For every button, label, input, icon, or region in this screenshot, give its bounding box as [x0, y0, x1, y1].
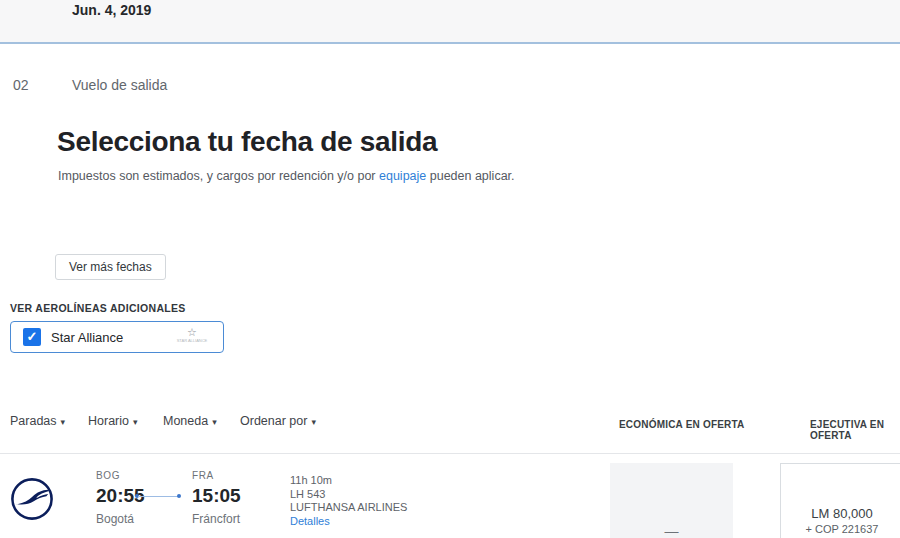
filter-schedule-label: Horario [88, 414, 129, 428]
arrival-city: Fráncfort [192, 512, 282, 526]
flight-info-block: 11h 10m LH 543 LUFTHANSA AIRLINES Detall… [290, 474, 407, 528]
chevron-down-icon: ▾ [133, 417, 138, 427]
flight-number: LH 543 [290, 488, 407, 502]
lufthansa-logo-icon [10, 477, 54, 521]
economy-fare-cell: — [610, 463, 733, 538]
chevron-down-icon: ▾ [212, 417, 217, 427]
flight-duration: 11h 10m [290, 474, 407, 488]
star-alliance-logo-caption: STAR ALLIANCE [175, 338, 209, 343]
section-title: Vuelo de salida [72, 77, 167, 93]
fare-disclaimer-pre: Impuestos son estimados, y cargos por re… [58, 169, 379, 183]
filter-stops-label: Paradas [10, 414, 57, 428]
selected-date: Jun. 4, 2019 [72, 2, 151, 18]
details-link[interactable]: Detalles [290, 515, 407, 529]
filter-currency[interactable]: Moneda▾ [163, 414, 217, 428]
more-dates-button[interactable]: Ver más fechas [55, 254, 166, 280]
no-fare-dash: — [665, 523, 679, 538]
baggage-link[interactable]: equipaje [379, 169, 426, 183]
departure-city: Bogotá [96, 512, 186, 526]
route-line [135, 492, 181, 500]
arrival-time: 15:05 [192, 485, 282, 507]
departure-airport-code: BOG [96, 470, 186, 481]
route-destination-dot [177, 494, 181, 498]
filter-sort-by-label: Ordenar por [240, 414, 307, 428]
economy-column-header: ECONÓMICA EN OFERTA [619, 419, 744, 430]
filter-sort-by[interactable]: Ordenar por▾ [240, 414, 316, 428]
filter-schedule[interactable]: Horario▾ [88, 414, 138, 428]
arrival-airport-code: FRA [192, 470, 282, 481]
star-alliance-logo-icon: ☆ STAR ALLIANCE [175, 327, 209, 343]
additional-airlines-label: VER AEROLÍNEAS ADICIONALES [10, 302, 186, 314]
flight-row-divider [0, 453, 900, 454]
route-segment-line [138, 496, 178, 497]
star-alliance-label: Star Alliance [51, 330, 123, 345]
date-header-bar: Jun. 4, 2019 [0, 0, 900, 44]
star-alliance-checkbox[interactable]: ✓ [23, 328, 41, 346]
fare-disclaimer-post: pueden aplicar. [426, 169, 514, 183]
business-column-header: EJECUTIVA EN OFERTA [810, 419, 900, 441]
star-alliance-filter[interactable]: ✓ Star Alliance ☆ STAR ALLIANCE [10, 321, 224, 353]
business-fare-cell[interactable]: LM 80,000 + COP 221637 [780, 463, 900, 538]
section-number: 02 [13, 77, 29, 93]
filter-stops[interactable]: Paradas▾ [10, 414, 65, 428]
business-fare-taxes: + COP 221637 [781, 523, 900, 535]
arrival-block: FRA 15:05 Fráncfort [192, 470, 282, 526]
page: Jun. 4, 2019 02 Vuelo de salida Seleccio… [0, 0, 900, 538]
filter-currency-label: Moneda [163, 414, 208, 428]
checkbox-check-icon: ✓ [27, 329, 38, 344]
airline-name: LUFTHANSA AIRLINES [290, 501, 407, 515]
fare-disclaimer: Impuestos son estimados, y cargos por re… [58, 169, 515, 183]
star-icon: ☆ [175, 327, 209, 338]
business-fare-miles: LM 80,000 [781, 506, 900, 521]
chevron-down-icon: ▾ [61, 417, 66, 427]
page-title: Selecciona tu fecha de salida [57, 126, 437, 158]
chevron-down-icon: ▾ [311, 417, 316, 427]
